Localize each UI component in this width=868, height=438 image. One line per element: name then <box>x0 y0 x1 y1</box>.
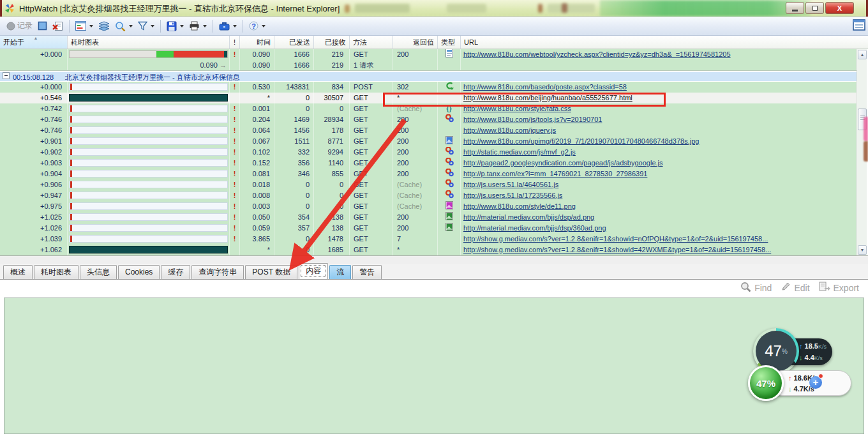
tab-POST 数据[interactable]: POST 数据 <box>245 265 297 279</box>
cell-received: 138 <box>314 223 350 234</box>
find-button[interactable]: Find <box>740 282 772 294</box>
tab-Cookies[interactable]: Cookies <box>118 265 160 279</box>
tab-概述[interactable]: 概述 <box>3 265 33 279</box>
clear-button[interactable] <box>50 19 66 33</box>
js-icon <box>445 190 454 201</box>
cell-url: http://material.mediav.com/bjjs/dsp/360a… <box>461 223 857 234</box>
edit-button[interactable]: Edit <box>781 282 809 294</box>
save-button[interactable] <box>164 19 186 33</box>
request-url-link[interactable]: http://pagead2.googlesyndication.com/pag… <box>463 159 663 167</box>
tab-流[interactable]: 流 <box>329 265 351 279</box>
request-row[interactable]: +1.026!0.059357138GET200http://material.… <box>0 223 857 234</box>
collapse-icon[interactable] <box>3 72 10 79</box>
request-url-link[interactable]: http://static.mediav.com/js/mvf_g2.js <box>463 148 576 156</box>
request-url-link[interactable]: http://www.818u.com/upimg/f/2019_7/1/201… <box>463 137 699 145</box>
request-url-link[interactable]: http://www.818u.com/style/de11.png <box>463 202 576 210</box>
panel-icon <box>853 19 865 31</box>
cell-sent: 357 <box>274 223 314 234</box>
cell-started: +0.746 <box>0 125 68 136</box>
request-url-link[interactable]: http://www.818u.com/basedo/poste.aspx?cl… <box>463 83 627 91</box>
cell-result: 200 <box>393 169 438 179</box>
request-row[interactable]: +0.903!0.1523561140GET200http://pagead2.… <box>0 158 857 169</box>
window-title: HttpWatch [北京艾灸排烟器找王经理万里挑一 - 直辖市北京环保信息 -… <box>19 3 340 15</box>
group-header-row[interactable]: 00:15:08.128北京艾灸排烟器找王经理万里挑一 - 直辖市北京环保信息 <box>0 71 857 82</box>
tab-头信息[interactable]: 头信息 <box>80 265 117 279</box>
waterfall-bar <box>69 126 228 134</box>
cell-method: GET <box>350 49 393 60</box>
request-url-link[interactable]: http://p.tanx.com/ex?i=mm_14769021_82785… <box>463 170 647 177</box>
minimize-button[interactable] <box>786 2 804 14</box>
summary-view-button[interactable] <box>73 19 96 33</box>
download-arrow-icon: ↓ <box>788 385 792 393</box>
column-header-received[interactable]: 已接收 <box>314 36 350 49</box>
scroll-down-button[interactable]: ▼ <box>858 245 867 255</box>
request-url-link[interactable]: http://show.g.mediav.com/s?ver=1.2.8&eni… <box>463 235 768 243</box>
panel-toggle-button[interactable] <box>853 19 865 33</box>
request-row[interactable]: +0.947!0.00800GET(Cache)http://js.users.… <box>0 190 857 201</box>
scroll-up-button[interactable]: ▲ <box>858 50 867 59</box>
cell-result: 200 <box>393 147 438 158</box>
cell-started: +0.742 <box>0 103 68 114</box>
column-header-type[interactable]: 类型 <box>438 36 461 49</box>
request-url-link[interactable]: http://material.mediav.com/bjjs/dsp/360a… <box>463 224 606 232</box>
close-button[interactable]: X <box>825 2 854 14</box>
request-row[interactable]: +0.904!0.081346855GET200http://p.tanx.co… <box>0 169 857 179</box>
titlebar-ghost <box>447 4 486 13</box>
filter-button[interactable] <box>135 19 157 33</box>
record-button[interactable]: 记录 <box>4 19 35 33</box>
request-row[interactable]: +0.906!0.01800GET(Cache)http://js.users.… <box>0 179 857 190</box>
tools-button[interactable] <box>216 19 239 33</box>
column-header-result[interactable]: 返回值 <box>393 36 438 49</box>
request-url-link[interactable]: http://js.users.51.la/17235566.js <box>463 192 562 199</box>
cell-sent: 346 <box>274 169 314 179</box>
cell-received: 1685 <box>314 245 350 255</box>
summary-row[interactable]: 0.090 →0.09016662191 请求 <box>0 60 857 71</box>
column-header-method[interactable]: 方法 <box>350 36 393 49</box>
restore-icon <box>812 6 818 11</box>
help-button[interactable]: ? <box>246 19 268 33</box>
tab-内容[interactable]: 内容 <box>299 263 328 279</box>
request-url-link[interactable]: http://www.818u.com/jquery.js <box>463 126 556 134</box>
tab-耗时图表[interactable]: 耗时图表 <box>34 265 79 279</box>
cell-time: 0.081 <box>240 169 274 179</box>
chevron-down-icon <box>262 25 266 27</box>
column-header-sent[interactable]: 已发送 <box>274 36 314 49</box>
column-header-warning[interactable]: ! <box>230 36 240 49</box>
request-row[interactable]: +1.062*01685GET*http://show.g.mediav.com… <box>0 245 857 255</box>
request-row[interactable]: +0.000!0.0901666219GET200http://www.818u… <box>0 49 857 60</box>
request-row[interactable]: +0.901!0.06715118771GET200http://www.818… <box>0 136 857 147</box>
stop-button[interactable] <box>35 19 50 33</box>
export-button[interactable]: Export <box>819 282 859 294</box>
request-url-link[interactable]: http://show.g.mediav.com/s?ver=1.2.8&eni… <box>463 246 771 253</box>
cell-started: +0.903 <box>0 158 68 169</box>
request-row[interactable]: +0.746!0.0641456178GET200http://www.818u… <box>0 125 857 136</box>
request-row[interactable]: +0.975!0.00300GET(Cache)http://www.818u.… <box>0 201 857 212</box>
chevron-down-icon <box>151 25 154 27</box>
print-button[interactable] <box>186 19 209 33</box>
layers-button[interactable] <box>96 19 112 33</box>
tab-查询字符串[interactable]: 查询字符串 <box>191 265 244 279</box>
find-toolbar-button[interactable] <box>112 19 135 33</box>
pane-splitter[interactable] <box>0 255 868 264</box>
cell-sent: 0 <box>274 103 314 114</box>
js-icon <box>445 114 454 125</box>
column-header-timechart[interactable]: 耗时图表 <box>68 36 230 49</box>
request-row[interactable]: +0.746!0.204146928934GET200http://www.81… <box>0 114 857 125</box>
request-url-link[interactable]: http://www.818u.com/js/tools.js?v=201907… <box>463 116 602 123</box>
column-header-url[interactable]: URL <box>461 36 868 49</box>
column-header-time[interactable]: 时间 <box>240 36 274 49</box>
cell-received: 138 <box>314 212 350 223</box>
restore-button[interactable] <box>805 2 824 14</box>
request-row[interactable]: +1.025!0.050354138GET200http://material.… <box>0 212 857 223</box>
tab-警告[interactable]: 警告 <box>352 265 382 279</box>
request-url-link[interactable]: http://material.mediav.com/bjjs/dsp/ad.p… <box>463 213 594 221</box>
request-url-link[interactable]: http://js.users.51.la/4640561.js <box>463 181 558 188</box>
column-header-started[interactable]: ▲ 开始于 <box>0 36 68 49</box>
request-row[interactable]: +0.000!0.530143831834POST302http://www.8… <box>0 82 857 93</box>
request-row[interactable]: +0.902!0.1023329294GET200http://static.m… <box>0 147 857 158</box>
cell-method: 1 请求 <box>350 60 393 70</box>
tab-缓存[interactable]: 缓存 <box>161 265 190 279</box>
request-row[interactable]: +1.039!3.86501478GET7http://show.g.media… <box>0 234 857 245</box>
request-url-link[interactable]: http://www.818u.com/webtool/yzcheck.aspx… <box>463 50 731 58</box>
cell-time-chart <box>68 234 230 245</box>
